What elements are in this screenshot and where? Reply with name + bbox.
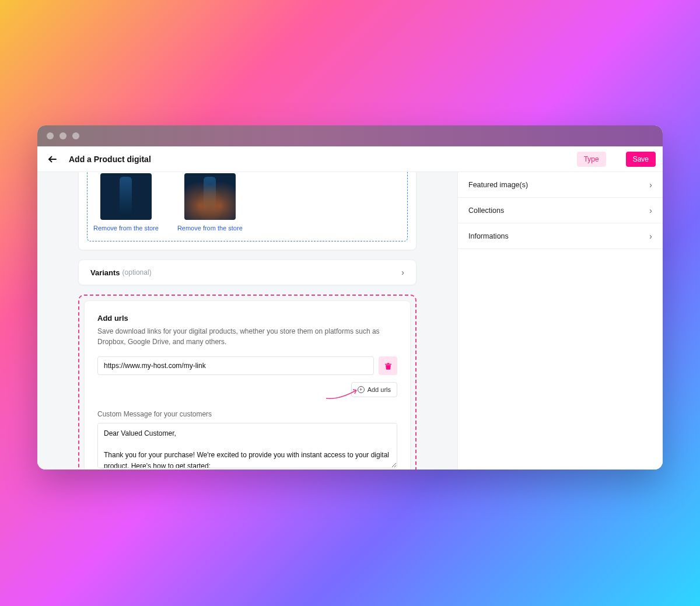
traffic-light-minimize[interactable]: [60, 132, 66, 139]
type-button[interactable]: Type: [577, 152, 606, 167]
variants-optional-label: (optional): [123, 268, 152, 276]
images-dropzone[interactable]: Remove from the store Remove from the st…: [87, 172, 408, 241]
remove-image-link[interactable]: Remove from the store: [177, 225, 243, 232]
sidebar-item-label: Informations: [468, 232, 509, 240]
image-tile: Remove from the store: [177, 173, 243, 232]
main-scroll-area[interactable]: Remove from the store Remove from the st…: [37, 172, 457, 470]
product-image-thumbnail[interactable]: [100, 173, 152, 220]
highlight-annotation: Add urls Save download links for your di…: [78, 295, 416, 470]
chevron-right-icon: ›: [649, 206, 652, 215]
variants-label: Variants: [90, 268, 120, 277]
variants-panel[interactable]: Variants (optional) ›: [78, 260, 416, 285]
add-urls-row: + Add urls: [97, 382, 397, 397]
add-urls-description: Save download links for your digital pro…: [97, 326, 397, 347]
sidebar-item-informations[interactable]: Informations ›: [458, 223, 663, 249]
url-row: [97, 356, 397, 375]
chevron-right-icon: ›: [649, 180, 652, 190]
images-card: Remove from the store Remove from the st…: [78, 172, 416, 250]
chevron-right-icon: ›: [649, 232, 652, 241]
product-image-thumbnail[interactable]: [184, 173, 236, 220]
plus-circle-icon: +: [358, 386, 365, 393]
page-title: Add a Product digital: [69, 155, 151, 164]
sidebar-item-label: Collections: [468, 206, 504, 215]
trash-icon: [384, 362, 393, 370]
add-urls-button-label: Add urls: [368, 386, 391, 393]
back-button[interactable]: [44, 151, 61, 167]
right-sidebar: Featured image(s) › Collections › Inform…: [457, 172, 663, 470]
traffic-light-zoom[interactable]: [72, 132, 79, 139]
remove-image-link[interactable]: Remove from the store: [93, 225, 159, 232]
sidebar-item-label: Featured image(s): [468, 181, 528, 189]
arrow-left-icon: [47, 154, 58, 164]
traffic-light-close[interactable]: [47, 132, 54, 139]
delete-url-button[interactable]: [379, 356, 397, 375]
custom-message-label: Custom Message for your customers: [97, 410, 397, 418]
window-titlebar: [37, 125, 663, 146]
add-urls-button[interactable]: + Add urls: [351, 382, 397, 397]
url-input[interactable]: [97, 356, 374, 375]
add-urls-card: Add urls Save download links for your di…: [84, 300, 411, 470]
browser-window: Add a Product digital Type Save Remove f…: [37, 125, 663, 470]
page-header: Add a Product digital Type Save: [37, 146, 663, 172]
save-button[interactable]: Save: [626, 152, 656, 167]
sidebar-item-featured-images[interactable]: Featured image(s) ›: [458, 172, 663, 198]
sidebar-item-collections[interactable]: Collections ›: [458, 198, 663, 223]
image-tile: Remove from the store: [93, 173, 159, 232]
add-urls-title: Add urls: [97, 314, 397, 323]
chevron-right-icon: ›: [401, 268, 404, 277]
custom-message-textarea[interactable]: [97, 423, 397, 468]
page-body: Remove from the store Remove from the st…: [37, 172, 663, 470]
